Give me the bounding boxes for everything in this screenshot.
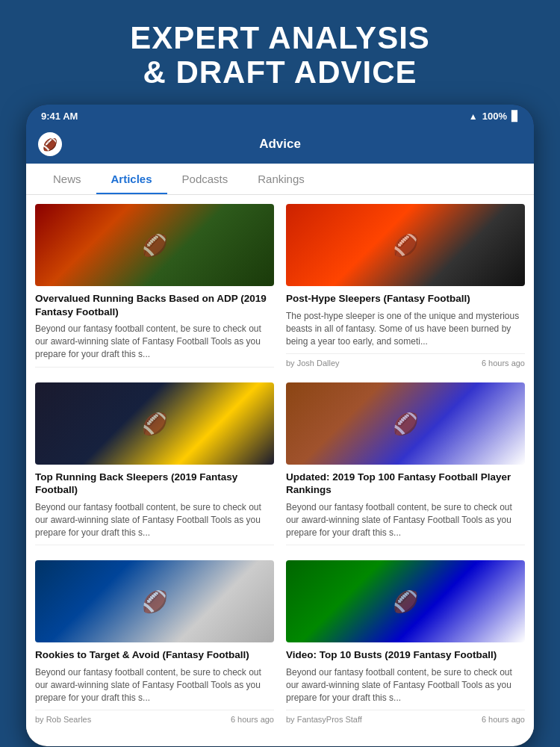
- article-description: Beyond our fantasy football content, be …: [35, 666, 274, 704]
- app-content: News Articles Podcasts Rankings Overvalu…: [26, 164, 534, 746]
- article-image: [35, 204, 274, 286]
- article-description: The post-hype sleeper is one of the uniq…: [286, 310, 525, 347]
- article-author: by FantasyPros Staff: [286, 715, 362, 724]
- article-meta: by Josh Dalley 6 hours ago: [286, 353, 525, 368]
- article-title: Rookies to Target & Avoid (Fantasy Footb…: [35, 648, 274, 662]
- article-image: [35, 560, 274, 642]
- articles-grid: Overvalued Running Backs Based on ADP (2…: [26, 195, 534, 733]
- article-time: 6 hours ago: [231, 715, 274, 724]
- article-author: by Josh Dalley: [286, 359, 340, 368]
- tab-articles[interactable]: Articles: [96, 164, 167, 194]
- logo-icon: 🏈: [43, 137, 57, 152]
- tab-rankings[interactable]: Rankings: [243, 164, 320, 194]
- article-description: Beyond our fantasy football content, be …: [35, 323, 274, 360]
- article-image: [286, 382, 525, 465]
- article-card[interactable]: Top Running Back Sleepers (2019 Fantasy …: [35, 382, 274, 549]
- banner: EXPERT ANALYSIS& DRAFT ADVICE: [0, 0, 560, 105]
- article-description: Beyond our fantasy football content, be …: [35, 501, 274, 539]
- article-image: [286, 560, 525, 642]
- article-title: Video: Top 10 Busts (2019 Fantasy Footba…: [286, 648, 525, 662]
- battery-indicator: 100%: [482, 111, 507, 122]
- article-card[interactable]: Rookies to Target & Avoid (Fantasy Footb…: [35, 560, 274, 724]
- status-icons: ▲ 100% ▊: [469, 111, 519, 122]
- article-card[interactable]: Updated: 2019 Top 100 Fantasy Football P…: [286, 382, 525, 549]
- article-author: by Rob Searles: [35, 715, 91, 724]
- article-card[interactable]: Video: Top 10 Busts (2019 Fantasy Footba…: [286, 560, 525, 724]
- article-time: 6 hours ago: [482, 715, 525, 724]
- article-title: Post-Hype Sleepers (Fantasy Football): [286, 292, 525, 306]
- article-meta: by Rob Searles 6 hours ago: [35, 710, 274, 724]
- tabs-bar: News Articles Podcasts Rankings: [26, 164, 534, 195]
- article-title: Overvalued Running Backs Based on ADP (2…: [35, 292, 274, 318]
- article-image: [35, 382, 274, 465]
- article-image: [286, 204, 525, 286]
- article-meta: by Rob Searles 6 hours ago: [35, 367, 274, 371]
- banner-title: EXPERT ANALYSIS& DRAFT ADVICE: [30, 21, 530, 90]
- status-time: 9:41 AM: [41, 111, 78, 122]
- article-card[interactable]: Overvalued Running Backs Based on ADP (2…: [35, 204, 274, 371]
- article-meta: by FantasyPros Staff 6 hours ago: [286, 710, 525, 724]
- article-meta: by Eli Berkovits 6 hours ago: [35, 545, 274, 548]
- device-frame: 9:41 AM ▲ 100% ▊ 🏈 Advice News Articles …: [26, 105, 534, 746]
- article-card[interactable]: Post-Hype Sleepers (Fantasy Football) Th…: [286, 204, 525, 371]
- article-description: Beyond our fantasy football content, be …: [286, 666, 525, 704]
- tab-news[interactable]: News: [38, 164, 96, 194]
- nav-title: Advice: [259, 137, 301, 152]
- article-time: 6 hours ago: [482, 359, 525, 368]
- article-meta: by FantasyPros Staff 6 hours ago: [286, 545, 525, 548]
- nav-bar: 🏈 Advice: [26, 126, 534, 164]
- tab-podcasts[interactable]: Podcasts: [167, 164, 243, 194]
- article-title: Top Running Back Sleepers (2019 Fantasy …: [35, 471, 274, 497]
- battery-icon: ▊: [511, 111, 519, 122]
- wifi-icon: ▲: [469, 111, 478, 122]
- article-title: Updated: 2019 Top 100 Fantasy Football P…: [286, 471, 525, 497]
- article-description: Beyond our fantasy football content, be …: [286, 501, 525, 539]
- status-bar: 9:41 AM ▲ 100% ▊: [26, 105, 534, 126]
- app-logo: 🏈: [38, 132, 62, 156]
